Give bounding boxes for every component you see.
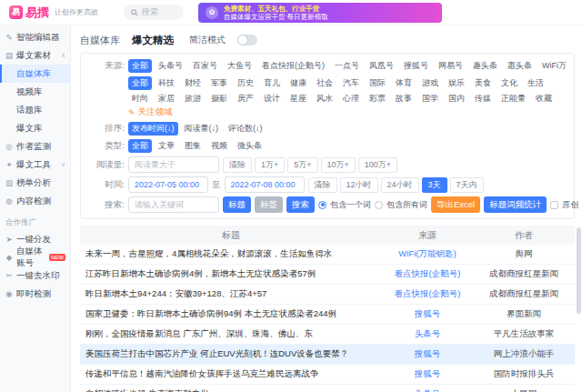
category-pill[interactable]: 家居 [155, 92, 178, 103]
table-row[interactable]: 刚刚，全国疫情最新消息 广东广州、深圳、珠海、佛山、东 头条号 平凡生活故事家 [80, 325, 575, 345]
article-source-tag[interactable]: 搜狐号 [382, 308, 473, 320]
sort-pill[interactable]: 阅读量(↓) [181, 122, 223, 136]
sidebar-item[interactable]: ◆ 自媒体账号 NEW [0, 248, 70, 266]
category-pill[interactable]: 摄影 [207, 92, 231, 103]
source-pill[interactable]: 搜狐号 [400, 59, 432, 73]
table-row[interactable]: 美国压荷兰打击中国芯片产业 何止EUV光刻机！连DUV设备也要禁？ 搜狐号 网上… [80, 345, 575, 365]
source-pill[interactable]: 一点号 [331, 59, 363, 73]
sidebar-item[interactable]: ✦ 爆文工具 ∨ [0, 156, 70, 174]
read-quick-pill[interactable]: 100万+ [358, 157, 397, 173]
article-title-link[interactable]: 未来一周，吉星照耀，4属相桃花朵朵，财源滚滚，生活如鱼得水 [80, 248, 382, 260]
article-title-link[interactable]: 昨日新增本土94+244：安徽39+128、江苏4+57 [80, 288, 382, 300]
category-pill[interactable]: 军事 [207, 76, 231, 90]
sidebar-item[interactable]: 视频库 [0, 83, 70, 101]
category-pill[interactable]: 生活 [524, 76, 547, 90]
article-author[interactable]: 成都商报红星新闻 [473, 268, 575, 280]
table-row[interactable]: 国家卫健委：昨日新增本土确诊病例94例 本土无症状感染者244例 搜狐号 界面新… [80, 305, 575, 325]
time-quick-pill[interactable]: 12小时 [340, 177, 378, 193]
article-author[interactable]: 平凡生活故事家 [473, 328, 575, 340]
sidebar-item[interactable]: 话题库 [0, 101, 70, 119]
source-pill[interactable]: 大鱼号 [224, 59, 256, 73]
source-pill[interactable]: 网易号 [435, 59, 467, 73]
scrollbar-thumb[interactable] [577, 227, 581, 314]
category-pill[interactable]: 国内 [445, 92, 468, 103]
read-quick-pill[interactable]: 10万+ [321, 157, 356, 173]
article-author[interactable]: 成都商报红星新闻 [473, 288, 575, 300]
category-pill[interactable]: 文化 [497, 76, 521, 90]
simple-mode-toggle[interactable] [237, 35, 257, 45]
source-pill[interactable]: 看点快报(企鹅号) [258, 59, 328, 73]
sidebar-item[interactable]: ✎ 智能编辑器 [0, 28, 70, 46]
category-pill[interactable]: 体育 [392, 76, 416, 90]
category-pill[interactable]: 正能量 [497, 92, 529, 103]
title-word-freq-button[interactable]: 标题词频统计 [484, 196, 547, 213]
category-pill[interactable]: 旅游 [181, 92, 205, 103]
article-author[interactable]: 界面新闻 [473, 308, 575, 320]
article-author[interactable]: 国防时报排头兵 [473, 368, 575, 380]
article-title-link[interactable]: 自贸港蹄疾步稳 生态海南魅力兴 [80, 388, 382, 392]
article-title-link[interactable]: 传递和平信息！越南汽油降价女孩挥手送乌克兰难民远离战争 [80, 368, 382, 380]
tab-media-library[interactable]: 自媒体库 [80, 34, 120, 47]
category-pill[interactable]: 房产 [234, 92, 257, 103]
source-pill[interactable]: 百家号 [189, 59, 221, 73]
category-pill[interactable]: 星座 [286, 92, 310, 103]
source-pill[interactable]: 惠头条 [504, 59, 536, 73]
table-row[interactable]: 江苏昨日新增本土确诊病例4例，新增本土无症状感染者57例 看点快报(企鹅号) 成… [80, 265, 575, 285]
table-row[interactable]: 传递和平信息！越南汽油降价女孩挥手送乌克兰难民远离战争 搜狐号 国防时报排头兵 [80, 365, 575, 385]
category-pill[interactable]: 历史 [234, 76, 257, 90]
search-button[interactable]: 搜索 [286, 196, 315, 213]
table-row[interactable]: 自贸港蹄疾步稳 生态海南魅力兴 头条号 人民网 [80, 385, 575, 392]
original-checkbox[interactable] [550, 201, 558, 209]
category-pill[interactable]: 国学 [418, 92, 442, 103]
category-pill[interactable]: 国际 [366, 76, 389, 90]
article-source-tag[interactable]: 看点快报(企鹅号) [382, 268, 473, 280]
tag-mode-button[interactable]: 标签 [255, 196, 283, 213]
sort-pill[interactable]: 评论数(↓) [225, 122, 266, 136]
match-all-radio[interactable] [375, 201, 383, 209]
sidebar-item[interactable]: ▤ 爆文素材 ∧ [0, 46, 70, 65]
category-pill[interactable]: 健康 [286, 76, 310, 90]
category-pill[interactable]: 心理 [339, 92, 363, 103]
article-source-tag[interactable]: 搜狐号 [382, 348, 473, 360]
category-pill[interactable]: 游戏 [418, 76, 442, 90]
header-search[interactable]: 搜索 [124, 5, 184, 20]
category-pill[interactable]: 彩票 [366, 92, 389, 103]
export-excel-button[interactable]: 导出Excel [431, 196, 480, 213]
sidebar-item[interactable]: ◎ 作者监测 [0, 137, 70, 156]
type-pill[interactable]: 微头条 [234, 139, 266, 153]
category-pill[interactable]: 收藏 [532, 92, 556, 103]
sort-pill[interactable]: 发布时间(↓) [128, 122, 178, 136]
category-pill[interactable]: 育儿 [260, 76, 284, 90]
source-pill[interactable]: 全部 [128, 59, 152, 73]
title-mode-button[interactable]: 标题 [223, 196, 251, 213]
sidebar-item[interactable]: 爆文库 [0, 119, 70, 137]
type-pill[interactable]: 图集 [181, 139, 205, 153]
category-pill[interactable]: 科技 [155, 76, 178, 90]
article-source-tag[interactable]: 头条号 [382, 328, 473, 340]
article-author[interactable]: 人民网 [473, 388, 575, 392]
sidebar-item[interactable]: ◍ 内容检测 [0, 192, 70, 210]
article-author[interactable]: 舆网 [473, 248, 575, 260]
article-source-tag[interactable]: WiFi(万能钥匙) [382, 248, 473, 260]
date-from-input[interactable] [128, 176, 208, 193]
read-quick-pill[interactable]: 清除 [223, 157, 252, 173]
category-pill[interactable]: 故事 [392, 92, 416, 103]
read-quick-pill[interactable]: 5万+ [287, 157, 317, 173]
article-title-link[interactable]: 美国压荷兰打击中国芯片产业 何止EUV光刻机！连DUV设备也要禁？ [80, 348, 382, 360]
category-pill[interactable]: 财经 [181, 76, 205, 90]
source-pill[interactable]: 头条号 [155, 59, 186, 73]
category-pill[interactable]: 美食 [471, 76, 495, 90]
type-pill[interactable]: 视频 [207, 139, 231, 153]
time-quick-pill[interactable]: 清除 [308, 177, 337, 193]
time-quick-pill[interactable]: 24小时 [381, 177, 419, 193]
source-pill[interactable]: WiFi万能钥匙 [538, 59, 567, 73]
table-row[interactable]: 未来一周，吉星照耀，4属相桃花朵朵，财源滚滚，生活如鱼得水 WiFi(万能钥匙)… [80, 245, 575, 265]
article-source-tag[interactable]: 看点快报(企鹅号) [382, 288, 473, 300]
category-pill[interactable]: 传媒 [471, 92, 495, 103]
time-quick-pill[interactable]: 3天 [422, 177, 447, 193]
match-any-radio[interactable] [318, 201, 326, 209]
article-title-link[interactable]: 国家卫健委：昨日新增本土确诊病例94例 本土无症状感染者244例 [80, 308, 382, 320]
type-pill[interactable]: 文章 [155, 139, 178, 153]
logo[interactable]: 易 易撰 [9, 5, 49, 21]
follow-domain-link[interactable]: ✎ 关注领域 [128, 106, 173, 118]
